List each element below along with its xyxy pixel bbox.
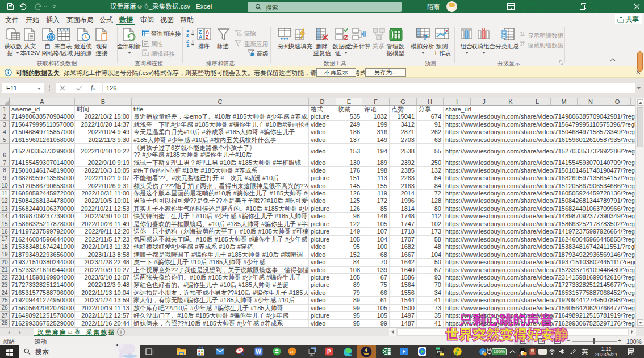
svg-text:2: 2: [633, 352, 634, 355]
svg-text:PC: PC: [437, 350, 442, 354]
svg-text:?: ?: [423, 32, 428, 41]
svg-text:a: a: [290, 348, 294, 355]
svg-text:Z: Z: [186, 33, 189, 37]
svg-text:W: W: [256, 349, 261, 355]
svg-text:P: P: [327, 349, 331, 355]
svg-text:A: A: [199, 34, 202, 40]
svg-text:Z: Z: [206, 34, 208, 40]
